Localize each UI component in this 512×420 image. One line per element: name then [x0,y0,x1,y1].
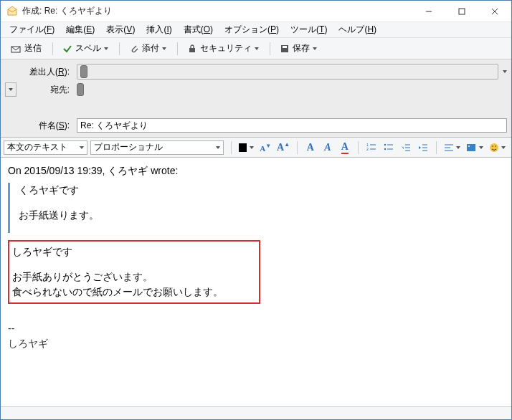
reply-line: しろヤギです [12,244,256,259]
separator [436,141,437,154]
toolbar: 送信 スペル 添付 セキュリティ 保存 [1,38,511,59]
menu-file[interactable]: ファイル(F) [4,22,60,37]
chevron-down-icon [313,47,317,50]
maximize-button[interactable] [445,1,478,22]
headers-panel: 差出人(R): 宛先: 件名(S): [1,59,511,138]
outdent-button[interactable] [398,140,414,156]
send-icon [10,43,22,54]
image-icon [466,143,475,153]
svg-point-26 [468,145,470,147]
sig-name: しろヤギ [8,336,504,351]
smiley-icon [489,143,498,153]
svg-text:2: 2 [366,147,369,151]
minimize-button[interactable] [412,1,445,22]
align-button[interactable] [442,140,463,156]
from-label: 差出人(R): [5,66,77,78]
separator [358,141,359,154]
insert-image-button[interactable] [464,140,485,156]
to-value-redacted [77,83,84,96]
svg-point-13 [384,148,386,149]
outdent-icon [401,143,411,153]
chevron-down-icon[interactable] [503,70,507,73]
window-title: 作成: Re: くろヤギより [22,5,112,17]
chevron-down-icon [104,47,108,50]
attach-button[interactable]: 添付 [124,40,171,57]
security-button[interactable]: セキュリティ [182,40,264,57]
check-icon [62,44,72,54]
subject-input[interactable] [77,118,507,133]
to-label: 宛先: [19,84,77,96]
highlighted-reply: しろヤギです お手紙ありがとうございます。 食べられないので紙のメールでお願いし… [8,240,260,304]
svg-point-27 [490,143,498,152]
quote-line: くろヤギです [19,183,504,198]
separator [177,42,178,55]
lock-icon [187,44,197,54]
menu-view[interactable]: 表示(V) [100,22,141,37]
menu-insert[interactable]: 挿入(I) [141,22,177,37]
close-button[interactable] [478,1,511,22]
align-icon [444,143,453,153]
message-body[interactable]: On 2015/09/13 19:39, くろヤギ wrote: くろヤギです … [1,158,511,406]
italic-button[interactable]: A [320,140,336,156]
indent-button[interactable] [415,140,431,156]
insert-emoji-button[interactable] [487,140,508,156]
separator [231,141,232,154]
font-size-up-button[interactable]: A▲ [275,140,292,156]
chevron-down-icon [9,88,13,91]
ul-icon [384,143,394,153]
separator [119,42,120,55]
text-color-button[interactable] [237,140,256,156]
compose-window: 作成: Re: くろヤギより ファイル(F) 編集(E) 表示(V) 挿入(I)… [0,0,512,420]
numbered-list-button[interactable]: 12 [364,140,379,156]
svg-rect-25 [467,144,475,151]
ol-icon: 12 [366,143,376,153]
underline-button[interactable]: A [337,140,353,156]
sig-separator: -- [8,321,504,336]
subject-label: 件名(S): [5,120,77,132]
chevron-down-icon [216,146,220,149]
font-size-down-button[interactable]: A▼ [257,140,273,156]
from-value-redacted [80,65,87,78]
send-button[interactable]: 送信 [5,40,47,57]
menu-help[interactable]: ヘルプ(H) [333,22,382,37]
separator [270,42,270,55]
signature: -- しろヤギ [8,321,504,351]
svg-point-12 [384,143,386,145]
formatting-toolbar: 本文のテキスト プロポーショナル A▼ A▲ A A A 12 [1,138,511,158]
reply-line: 食べられないので紙のメールでお願いします。 [12,285,256,300]
recipient-type-button[interactable] [5,82,16,97]
quoted-text: くろヤギです お手紙送ります。 [8,183,504,233]
menu-tools[interactable]: ツール(T) [285,22,333,37]
chevron-down-icon [501,146,506,149]
chevron-down-icon [250,146,254,149]
font-select[interactable]: プロポーショナル [90,140,224,155]
quote-attribution: On 2015/09/13 19:39, くろヤギ wrote: [8,163,504,178]
titlebar: 作成: Re: くろヤギより [1,1,511,22]
bold-button[interactable]: A [303,140,318,156]
app-icon [6,6,18,17]
chevron-down-icon [80,146,84,149]
svg-point-28 [492,145,493,147]
menu-format[interactable]: 書式(O) [178,22,219,37]
quote-line: お手紙送ります。 [19,208,504,223]
paragraph-style-select[interactable]: 本文のテキスト [4,140,87,155]
indent-icon [418,143,428,153]
menu-edit[interactable]: 編集(E) [60,22,100,37]
chevron-down-icon [456,146,460,149]
paperclip-icon [129,44,139,54]
chevron-down-icon [479,146,483,149]
bulleted-list-button[interactable] [381,140,397,156]
chevron-down-icon [162,47,166,50]
save-icon [280,44,290,54]
menu-options[interactable]: オプション(P) [219,22,285,37]
spell-button[interactable]: スペル [57,40,113,57]
from-field[interactable] [77,64,498,80]
separator [52,42,53,55]
separator [297,141,298,154]
save-button[interactable]: 保存 [275,40,322,57]
svg-rect-7 [283,46,287,48]
statusbar [1,406,511,419]
svg-rect-1 [459,9,465,14]
reply-line: お手紙ありがとうございます。 [12,269,256,285]
svg-rect-5 [189,48,195,52]
